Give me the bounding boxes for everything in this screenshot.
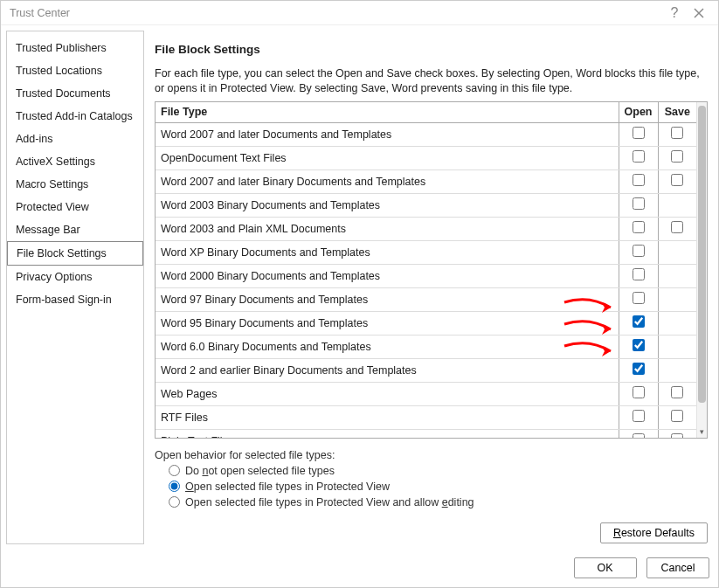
sidebar-item-activex-settings[interactable]: ActiveX Settings <box>7 150 143 173</box>
open-behavior-radio[interactable] <box>169 465 180 476</box>
open-checkbox[interactable] <box>633 268 645 280</box>
header-open[interactable]: Open <box>619 102 658 123</box>
open-cell <box>619 358 658 382</box>
table-row[interactable]: OpenDocument Text Files <box>156 146 696 169</box>
open-cell <box>619 146 658 169</box>
open-checkbox[interactable] <box>633 339 645 351</box>
table-row[interactable]: Word 95 Binary Documents and Templates <box>156 311 696 335</box>
save-checkbox[interactable] <box>671 410 683 422</box>
table-row[interactable]: Word XP Binary Documents and Templates <box>156 240 696 264</box>
open-checkbox[interactable] <box>633 386 645 398</box>
open-behavior-option[interactable]: Open selected file types in Protected Vi… <box>169 496 708 508</box>
table-row[interactable]: Word 2003 and Plain XML Documents <box>156 217 696 240</box>
open-cell <box>619 335 658 358</box>
open-behavior-option-label: Open selected file types in Protected Vi… <box>185 481 390 493</box>
cancel-button[interactable]: Cancel <box>646 557 709 578</box>
main-panel: File Block Settings For each file type, … <box>155 31 713 544</box>
open-cell <box>619 169 658 193</box>
save-cell <box>658 240 696 264</box>
trust-center-dialog: Trust Center ? Trusted PublishersTrusted… <box>0 0 719 588</box>
save-cell <box>658 311 696 335</box>
sidebar: Trusted PublishersTrusted LocationsTrust… <box>6 31 144 544</box>
open-checkbox[interactable] <box>633 221 645 233</box>
save-checkbox[interactable] <box>671 127 683 139</box>
open-behavior-radio[interactable] <box>169 481 180 492</box>
window-title: Trust Center <box>10 7 662 19</box>
table-row[interactable]: Word 2007 and later Binary Documents and… <box>156 169 696 193</box>
file-type-label: Word 2000 Binary Documents and Templates <box>156 264 619 287</box>
sidebar-item-protected-view[interactable]: Protected View <box>7 196 143 218</box>
open-behavior-radio[interactable] <box>169 496 180 508</box>
open-cell <box>619 264 658 287</box>
restore-defaults-button[interactable]: Restore Defaults <box>600 522 708 543</box>
table-row[interactable]: Word 2000 Binary Documents and Templates <box>156 264 696 287</box>
open-behavior-option[interactable]: Do not open selected file types <box>169 465 708 477</box>
open-behavior-option[interactable]: Open selected file types in Protected Vi… <box>169 481 708 493</box>
table-row[interactable]: RTF Files <box>156 405 696 429</box>
sidebar-item-trusted-locations[interactable]: Trusted Locations <box>7 59 143 82</box>
close-button[interactable] <box>687 1 711 25</box>
file-type-label: Plain Text Files <box>156 429 619 438</box>
sidebar-item-trusted-documents[interactable]: Trusted Documents <box>7 82 143 105</box>
open-checkbox[interactable] <box>633 127 645 139</box>
sidebar-item-macro-settings[interactable]: Macro Settings <box>7 173 143 196</box>
table-row[interactable]: Web Pages <box>156 382 696 405</box>
file-type-label: OpenDocument Text Files <box>156 146 619 169</box>
scroll-down-icon[interactable]: ▾ <box>697 427 707 436</box>
table-row[interactable]: Word 97 Binary Documents and Templates <box>156 287 696 311</box>
file-type-label: Word 2003 Binary Documents and Templates <box>156 193 619 217</box>
save-cell <box>658 287 696 311</box>
dialog-footer: OK Cancel <box>1 550 718 587</box>
save-checkbox[interactable] <box>671 386 683 398</box>
open-checkbox[interactable] <box>633 245 645 257</box>
sidebar-item-addins[interactable]: Add-ins <box>7 128 143 150</box>
table-scrollbar[interactable]: ▾ <box>696 102 707 438</box>
save-cell <box>658 358 696 382</box>
open-behavior-group: Open behavior for selected file types: D… <box>155 449 708 508</box>
open-checkbox[interactable] <box>633 363 645 375</box>
table-row[interactable]: Word 2 and earlier Binary Documents and … <box>156 358 696 382</box>
table-row[interactable]: Word 2007 and later Documents and Templa… <box>156 122 696 146</box>
save-cell <box>658 264 696 287</box>
save-checkbox[interactable] <box>671 174 683 186</box>
page-title: File Block Settings <box>155 43 708 56</box>
save-cell <box>658 382 696 405</box>
open-cell <box>619 382 658 405</box>
table-row[interactable]: Word 6.0 Binary Documents and Templates <box>156 335 696 358</box>
file-type-label: Word 2003 and Plain XML Documents <box>156 217 619 240</box>
save-cell <box>658 405 696 429</box>
help-button[interactable]: ? <box>662 1 687 25</box>
open-cell <box>619 429 658 438</box>
save-cell <box>658 169 696 193</box>
open-checkbox[interactable] <box>633 174 645 186</box>
sidebar-item-message-bar[interactable]: Message Bar <box>7 218 143 241</box>
table-row[interactable]: Word 2003 Binary Documents and Templates <box>156 193 696 217</box>
save-cell <box>658 146 696 169</box>
ok-button[interactable]: OK <box>574 557 637 578</box>
sidebar-item-trusted-publishers[interactable]: Trusted Publishers <box>7 37 143 59</box>
save-checkbox[interactable] <box>671 150 683 163</box>
file-type-label: Word 6.0 Binary Documents and Templates <box>156 335 619 358</box>
open-checkbox[interactable] <box>633 410 645 422</box>
table-row[interactable]: Plain Text Files <box>156 429 696 438</box>
file-type-label: Word XP Binary Documents and Templates <box>156 240 619 264</box>
header-save[interactable]: Save <box>658 102 696 123</box>
save-checkbox[interactable] <box>671 433 683 438</box>
open-checkbox[interactable] <box>633 292 645 304</box>
sidebar-item-trusted-addin-catalogs[interactable]: Trusted Add-in Catalogs <box>7 105 143 128</box>
sidebar-item-form-based-signin[interactable]: Form-based Sign-in <box>7 288 143 311</box>
open-behavior-option-label: Open selected file types in Protected Vi… <box>185 496 474 508</box>
header-file-type[interactable]: File Type <box>156 102 619 123</box>
sidebar-item-file-block-settings[interactable]: File Block Settings <box>7 241 143 266</box>
save-cell <box>658 335 696 358</box>
open-cell <box>619 193 658 217</box>
save-checkbox[interactable] <box>671 221 683 233</box>
open-checkbox[interactable] <box>633 197 645 210</box>
open-checkbox[interactable] <box>633 315 645 328</box>
file-type-label: Word 97 Binary Documents and Templates <box>156 287 619 311</box>
open-checkbox[interactable] <box>633 433 645 438</box>
file-type-label: Word 2007 and later Binary Documents and… <box>156 169 619 193</box>
scrollbar-thumb[interactable] <box>698 106 706 403</box>
open-checkbox[interactable] <box>633 150 645 163</box>
sidebar-item-privacy-options[interactable]: Privacy Options <box>7 266 143 288</box>
